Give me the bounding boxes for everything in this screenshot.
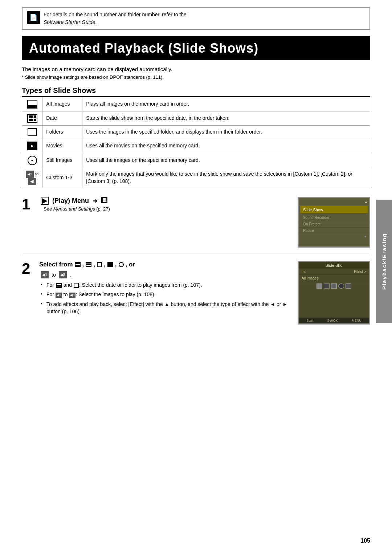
cs2-menu: MENU bbox=[352, 319, 362, 322]
cs2-icons-row bbox=[299, 282, 369, 290]
icon-folders-inline bbox=[97, 262, 102, 267]
dpof-note: * Slide show image settings are based on… bbox=[22, 74, 370, 80]
slide-show-table: All Images Plays all images on the memor… bbox=[22, 97, 370, 188]
icon-custom: ◀1 to ◀3 bbox=[26, 171, 38, 185]
step2-number: 2 bbox=[22, 261, 35, 276]
step2-bullets: For and : Select the date or folder to p… bbox=[41, 281, 293, 315]
camera-screen-1: ▲ Slide Show Sound Recorder On Protect R… bbox=[298, 197, 370, 248]
cs2-bottom-bar: Start Set/OK MENU bbox=[299, 318, 369, 323]
bullet-2: For ◀1 to ◀3: Select the images to play … bbox=[41, 291, 293, 298]
cam-menu-protect: On Protect bbox=[299, 221, 369, 228]
side-label: Playback/Erasing bbox=[376, 200, 392, 323]
side-label-text: Playback/Erasing bbox=[381, 233, 387, 290]
table-row: Folders Uses the images in the specified… bbox=[22, 126, 370, 139]
step1-sub-italic: Menus and Settings bbox=[53, 206, 95, 212]
cs2-ico-2 bbox=[324, 283, 330, 289]
icon-date-b1 bbox=[56, 283, 62, 288]
step2-title-or: , or bbox=[126, 261, 135, 268]
label-custom: Custom 1-3 bbox=[42, 168, 82, 188]
table-row: Movies Uses all the movies on the specif… bbox=[22, 139, 370, 153]
bullet-1: For and : Select the date or folder to p… bbox=[41, 281, 293, 289]
custom3-icon: ◀3 bbox=[28, 178, 36, 185]
step1-number: 1 bbox=[22, 197, 35, 212]
play-icon: ▶ bbox=[41, 197, 49, 205]
label-date: Date bbox=[42, 111, 82, 126]
icon-folder-b1 bbox=[74, 283, 79, 288]
table-row: All Images Plays all images on the memor… bbox=[22, 97, 370, 111]
cam-menu-rotate: Rotate bbox=[299, 228, 369, 234]
label-allimages: All Images bbox=[42, 97, 82, 111]
step1-content: ▶ (Play) Menu ➜ 🎞 See Menus and Settings… bbox=[41, 197, 292, 212]
to-label-step2: to bbox=[52, 272, 56, 278]
step2-title: Select from , , , , , or bbox=[39, 261, 293, 268]
custom1-icon: ◀1 bbox=[26, 171, 34, 178]
page-number: 105 bbox=[360, 538, 370, 544]
icon-c1-b2: ◀1 bbox=[56, 293, 62, 298]
icon-movies bbox=[26, 142, 38, 150]
desc-custom: Mark only the images that you would like… bbox=[82, 168, 370, 188]
bullet-3: To add effects and play back, select [Ef… bbox=[41, 301, 293, 315]
note-icon: 📄 bbox=[27, 11, 40, 24]
desc-folders: Uses the images in the specified folder,… bbox=[82, 126, 370, 139]
cam-menu-sound: Sound Recorder bbox=[299, 215, 369, 221]
cs2-effect-label: Effect > bbox=[354, 270, 366, 274]
table-row: ◀1 to ◀3 Custom 1-3 Mark only the images… bbox=[22, 168, 370, 188]
label-folders: Folders bbox=[42, 126, 82, 139]
to-label: to bbox=[35, 171, 38, 177]
icon-date-inline bbox=[86, 262, 91, 267]
cs2-int-label: Int bbox=[302, 270, 306, 274]
period: . bbox=[70, 272, 71, 278]
note-text2-italic: Software Starter Guide bbox=[44, 19, 95, 25]
icon-c3-b2: ◀3 bbox=[69, 293, 75, 298]
icon-allimages bbox=[26, 100, 38, 109]
main-heading: Automated Playback (Slide Shows) bbox=[22, 36, 370, 60]
note-text3: . bbox=[95, 19, 97, 25]
note-text: For details on the sound number and fold… bbox=[44, 11, 187, 26]
cs2-title: Slide Sho bbox=[299, 262, 369, 269]
step1-sub-text: See bbox=[44, 206, 53, 212]
step1-icon: 🎞 bbox=[101, 197, 107, 205]
step1-section: 1 ▶ (Play) Menu ➜ 🎞 See Menus and Settin… bbox=[22, 197, 370, 248]
step1-sub: See Menus and Settings (p. 27) bbox=[44, 206, 292, 212]
step1-title: ▶ (Play) Menu ➜ 🎞 bbox=[41, 197, 292, 205]
table-row: Date Starts the slide show from the spec… bbox=[22, 111, 370, 126]
note-box: 📄 For details on the sound number and fo… bbox=[22, 7, 370, 30]
step2-title-pre: Select from bbox=[39, 261, 73, 268]
icon-folders bbox=[26, 128, 38, 136]
cs2-ico-1 bbox=[317, 283, 322, 289]
desc-still: Uses all the images on the specified mem… bbox=[82, 153, 370, 168]
custom3-step2: ◀3 bbox=[59, 271, 67, 278]
page-container: 📄 For details on the sound number and fo… bbox=[0, 0, 392, 555]
step1-title-text: (Play) Menu bbox=[52, 197, 89, 205]
icon-allimages-inline bbox=[75, 262, 81, 267]
cs2-row-1: Int Effect > bbox=[299, 269, 369, 275]
desc-date: Starts the slide show from the specified… bbox=[82, 111, 370, 126]
icon-still-inline bbox=[119, 262, 124, 267]
cam-menu-slideshow: Slide Show bbox=[300, 206, 368, 214]
icon-still bbox=[26, 156, 38, 165]
label-movies: Movies bbox=[42, 139, 82, 153]
icon-date bbox=[26, 114, 38, 123]
step-separator bbox=[22, 255, 370, 255]
cs2-setok: Set/OK bbox=[327, 319, 338, 322]
cs2-allimages-row: All Images bbox=[299, 275, 369, 282]
desc-allimages: Plays all images on the memory card in o… bbox=[82, 97, 370, 111]
step2-content: Select from , , , , , or ◀1 to ◀3 . bbox=[39, 261, 293, 317]
intro-text: The images on a memory card can be displ… bbox=[22, 66, 370, 72]
desc-movies: Uses all the movies on the specified mem… bbox=[82, 139, 370, 153]
cs2-ico-4 bbox=[338, 283, 344, 289]
camera-screen-2: Slide Sho Int Effect > All Images Start … bbox=[298, 261, 370, 325]
cs2-start: Start bbox=[306, 319, 313, 322]
step1-sub-page: (p. 27) bbox=[95, 206, 110, 212]
cs2-ico-3 bbox=[331, 283, 337, 289]
custom1-step2: ◀1 bbox=[41, 271, 49, 278]
table-row: Still Images Uses all the images on the … bbox=[22, 153, 370, 168]
step1-arrow: ➜ bbox=[93, 197, 97, 204]
label-still: Still Images bbox=[42, 153, 82, 168]
step2-custom-row: ◀1 to ◀3 . bbox=[41, 271, 293, 278]
note-text1: For details on the sound number and fold… bbox=[44, 12, 187, 17]
types-heading: Types of Slide Shows bbox=[22, 86, 370, 97]
icon-movies-inline bbox=[107, 262, 113, 267]
step2-section: 2 Select from , , , , , or ◀1 to ◀3 . bbox=[22, 261, 370, 325]
cs2-ico-5 bbox=[346, 283, 351, 289]
